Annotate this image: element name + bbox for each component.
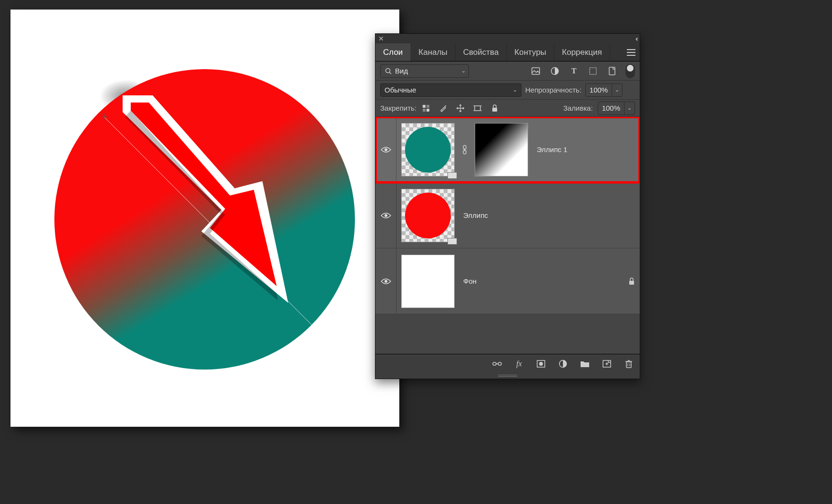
- lock-artboard-icon[interactable]: [473, 103, 482, 113]
- layer-name[interactable]: Фон: [459, 277, 624, 285]
- tab-properties[interactable]: Свойства: [456, 43, 507, 61]
- lock-label: Закрепить:: [380, 104, 416, 112]
- opacity-label: Непрозрачность:: [525, 86, 582, 94]
- svg-rect-17: [426, 109, 429, 112]
- filter-kind-dropdown[interactable]: Вид ⌄: [380, 64, 469, 78]
- collapse-icon[interactable]: ‹‹: [635, 35, 637, 42]
- link-icon[interactable]: [492, 359, 502, 369]
- shape-badge-icon: [447, 238, 457, 245]
- lock-brush-icon[interactable]: [438, 103, 448, 113]
- tab-layers[interactable]: Слои: [375, 43, 411, 61]
- canvas-art: [10, 10, 399, 427]
- opacity-value: 100%: [586, 86, 612, 94]
- layer-thumbnail[interactable]: [401, 189, 455, 242]
- lock-pixels-icon[interactable]: [421, 103, 431, 113]
- tab-label: Слои: [383, 48, 403, 57]
- svg-rect-15: [426, 105, 429, 108]
- panel-menu-icon[interactable]: [623, 43, 640, 61]
- svg-rect-13: [609, 67, 615, 75]
- eye-icon: [381, 146, 391, 153]
- svg-rect-16: [423, 109, 426, 112]
- svg-rect-10: [532, 68, 540, 74]
- filter-toggle[interactable]: [625, 64, 635, 78]
- filter-kind-label: Вид: [395, 67, 408, 75]
- smartobject-filter-icon[interactable]: [607, 66, 617, 76]
- panel-tabs: Слои Каналы Свойства Контуры Коррекция: [375, 43, 640, 62]
- svg-rect-14: [423, 105, 426, 108]
- blend-mode-value: Обычные: [385, 86, 416, 94]
- layer-thumbnail[interactable]: [401, 123, 455, 176]
- fill-label: Заливка:: [563, 104, 593, 112]
- svg-rect-34: [498, 362, 501, 365]
- chevron-down-icon: ⌄: [513, 87, 517, 93]
- svg-point-29: [385, 214, 387, 217]
- fill-field[interactable]: 100% ⌄: [598, 102, 635, 115]
- document-canvas[interactable]: [10, 10, 399, 427]
- svg-rect-42: [626, 362, 631, 368]
- shape-filter-icon[interactable]: [588, 66, 598, 76]
- opacity-field[interactable]: 100% ⌄: [585, 83, 623, 97]
- tab-label: Контуры: [514, 48, 546, 57]
- lock-all-icon[interactable]: [490, 103, 499, 113]
- svg-point-31: [385, 280, 387, 283]
- layer-mask-thumbnail[interactable]: [475, 123, 528, 176]
- adjustment-filter-icon[interactable]: [550, 66, 560, 76]
- layer-thumbnail[interactable]: [401, 255, 455, 308]
- group-icon[interactable]: [580, 359, 590, 369]
- layer-name[interactable]: Эллипс 1: [533, 145, 635, 154]
- image-filter-icon[interactable]: [531, 66, 541, 76]
- eye-icon: [381, 278, 391, 285]
- panel-resize-handle[interactable]: [375, 373, 640, 379]
- eye-icon: [381, 212, 391, 219]
- chevron-down-icon: ⌄: [461, 68, 466, 74]
- link-mask-icon[interactable]: [459, 145, 470, 154]
- magnifier-icon: [384, 66, 393, 76]
- layer-name[interactable]: Эллипс: [459, 211, 635, 219]
- tab-paths[interactable]: Контуры: [507, 43, 554, 61]
- adjustment-icon[interactable]: [558, 359, 568, 369]
- fx-icon[interactable]: fx: [514, 359, 524, 369]
- lock-position-icon[interactable]: [456, 103, 465, 113]
- svg-rect-18: [475, 106, 480, 111]
- layer-row[interactable]: Эллипс: [375, 183, 640, 248]
- visibility-toggle[interactable]: [375, 183, 396, 248]
- svg-point-24: [385, 148, 387, 151]
- svg-rect-23: [492, 108, 497, 112]
- visibility-toggle[interactable]: [375, 248, 396, 314]
- layer-filter-bar: Вид ⌄ T: [375, 62, 640, 81]
- layer-row[interactable]: Эллипс 1: [375, 117, 640, 183]
- lock-fill-row: Закрепить: Заливка: 100% ⌄: [375, 100, 640, 117]
- svg-point-25: [405, 127, 451, 173]
- tab-adjustments[interactable]: Коррекция: [554, 43, 610, 61]
- close-icon[interactable]: ✕: [378, 35, 384, 42]
- visibility-toggle[interactable]: [375, 117, 396, 182]
- tab-channels[interactable]: Каналы: [411, 43, 455, 61]
- type-filter-icon[interactable]: T: [569, 66, 579, 76]
- mask-icon[interactable]: [536, 359, 546, 369]
- chevron-down-icon[interactable]: ⌄: [612, 84, 622, 96]
- panel-footer: fx: [375, 354, 640, 373]
- svg-rect-32: [629, 281, 634, 285]
- trash-icon[interactable]: [624, 359, 634, 369]
- chevron-down-icon[interactable]: ⌄: [624, 102, 634, 114]
- shape-badge-icon: [447, 172, 457, 179]
- svg-point-1: [54, 69, 355, 370]
- svg-point-30: [405, 193, 451, 238]
- new-layer-icon[interactable]: [602, 359, 612, 369]
- fill-value: 100%: [598, 104, 624, 112]
- tab-label: Каналы: [418, 48, 447, 57]
- layers-panel: ✕ ‹‹ Слои Каналы Свойства Контуры Коррек…: [375, 33, 640, 379]
- lock-icon[interactable]: [628, 278, 635, 285]
- blend-opacity-row: Обычные ⌄ Непрозрачность: 100% ⌄: [375, 81, 640, 100]
- layer-row[interactable]: Фон: [375, 248, 640, 314]
- tab-label: Свойства: [463, 48, 499, 57]
- svg-point-37: [539, 362, 543, 366]
- svg-line-9: [390, 72, 392, 74]
- layers-list: Эллипс 1 Эллипс Фон: [375, 117, 640, 354]
- tab-label: Коррекция: [562, 48, 602, 57]
- panel-titlebar[interactable]: ✕ ‹‹: [375, 34, 640, 43]
- svg-point-8: [386, 68, 390, 72]
- svg-rect-12: [590, 68, 596, 74]
- svg-rect-33: [493, 362, 496, 365]
- blend-mode-dropdown[interactable]: Обычные ⌄: [380, 83, 521, 97]
